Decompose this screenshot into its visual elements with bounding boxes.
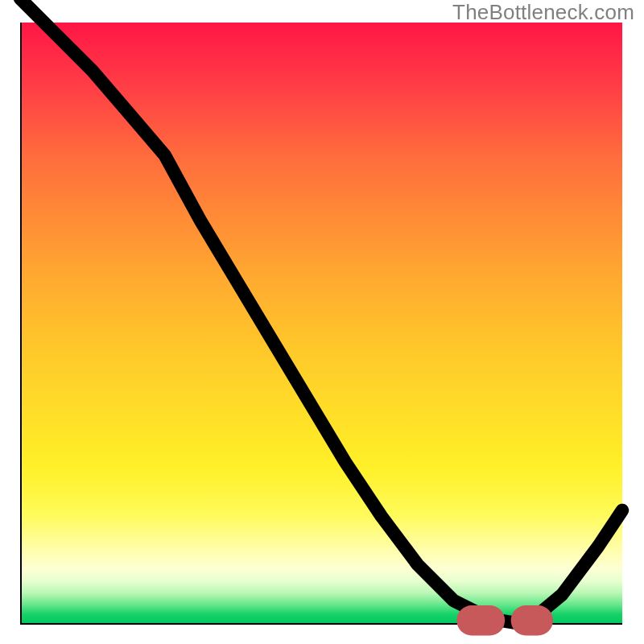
bottleneck-curve [20,0,622,625]
watermark-text: TheBottleneck.com [452,0,634,25]
chart-svg-layer [20,23,622,625]
